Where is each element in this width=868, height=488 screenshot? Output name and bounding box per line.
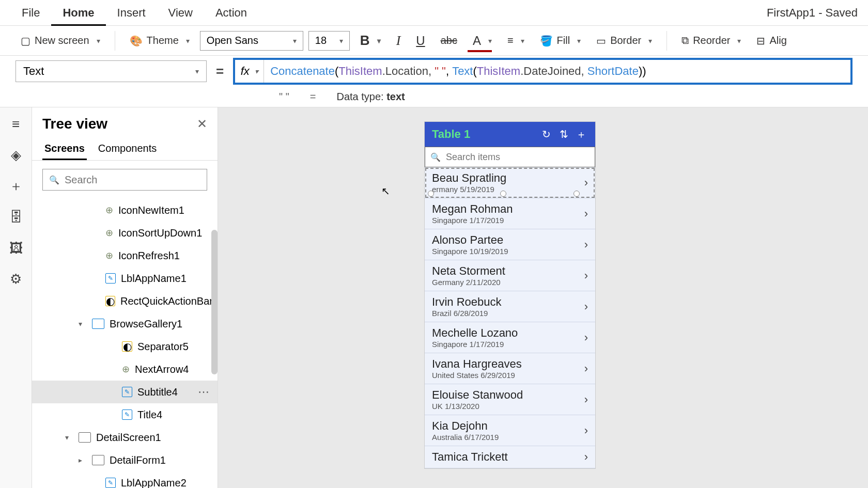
cursor-icon: ↖ bbox=[381, 185, 390, 197]
sort-icon[interactable]: ⇅ bbox=[557, 128, 570, 140]
chevron-right-icon[interactable]: › bbox=[584, 393, 588, 406]
media-icon[interactable]: 🖼 bbox=[9, 241, 23, 255]
font-color-button[interactable]: A▾ bbox=[468, 30, 497, 51]
underline-button[interactable]: U bbox=[411, 30, 430, 51]
gallery-item[interactable]: Tamica Trickett› bbox=[425, 446, 595, 468]
tree-item-label: IconSortUpDown1 bbox=[118, 227, 202, 239]
tab-components[interactable]: Components bbox=[96, 138, 159, 160]
tree-item[interactable]: ✎Title4 bbox=[32, 403, 218, 426]
tab-action[interactable]: Action bbox=[204, 0, 258, 26]
tab-screens[interactable]: Screens bbox=[42, 138, 87, 160]
chevron-right-icon[interactable]: › bbox=[584, 362, 588, 375]
tree-item[interactable]: ▸DetailForm1 bbox=[32, 449, 218, 471]
gallery-item[interactable]: Megan RohmanSingapore 1/17/2019› bbox=[425, 198, 595, 229]
tree-search[interactable]: 🔍 bbox=[42, 169, 207, 191]
tree-item[interactable]: ◐RectQuickActionBar1 bbox=[32, 290, 218, 312]
item-title: Kia Dejohn bbox=[432, 419, 584, 433]
new-screen-button[interactable]: ▢ New screen ▾ bbox=[16, 32, 105, 50]
chevron-right-icon[interactable]: › bbox=[584, 269, 588, 282]
gallery-item[interactable]: Irvin RoebuckBrazil 6/28/2019› bbox=[425, 291, 595, 322]
tree-item[interactable]: ◐Separator5 bbox=[32, 335, 218, 358]
align-button[interactable]: ≡▾ bbox=[502, 32, 530, 50]
item-info: Mechelle LozanoSingapore 1/17/2019 bbox=[432, 326, 584, 349]
insert-icon[interactable]: ＋ bbox=[9, 179, 23, 193]
fx-button[interactable]: fx ▾ bbox=[235, 60, 264, 83]
datatype-equals: = bbox=[310, 91, 316, 103]
gallery-item[interactable]: Ivana HargreavesUnited States 6/29/2019› bbox=[425, 353, 595, 384]
tree-view-icon[interactable]: ◈ bbox=[9, 148, 23, 162]
reorder-button[interactable]: ⧉ Reorder ▾ bbox=[676, 32, 746, 50]
home-toolbar: ▢ New screen ▾ 🎨 Theme ▾ Open Sans ▾ 18 … bbox=[0, 26, 868, 56]
gallery-item[interactable]: Elouise StanwoodUK 1/13/2020› bbox=[425, 384, 595, 415]
item-title: Megan Rohman bbox=[432, 202, 584, 216]
font-value: Open Sans bbox=[207, 35, 258, 46]
gallery-item[interactable]: Alonso ParteeSingapore 10/19/2019› bbox=[425, 229, 595, 260]
app-search[interactable]: 🔍 bbox=[425, 147, 595, 167]
tree-item[interactable]: ✎LblAppName2 bbox=[32, 471, 218, 488]
close-icon[interactable]: ✕ bbox=[197, 117, 207, 131]
gallery-item[interactable]: Beau Spratlingermany 5/19/2019› bbox=[425, 167, 595, 198]
fill-button[interactable]: 🪣 Fill ▾ bbox=[535, 32, 586, 50]
tree-item-label: RectQuickActionBar1 bbox=[120, 295, 218, 307]
chevron-down-icon[interactable]: ▾ bbox=[79, 320, 87, 328]
refresh-icon[interactable]: ↻ bbox=[539, 128, 553, 140]
align-button-2[interactable]: ⊟ Alig bbox=[751, 32, 792, 50]
strikethrough-button[interactable]: abc bbox=[436, 32, 462, 50]
theme-button[interactable]: 🎨 Theme ▾ bbox=[125, 32, 195, 50]
chevron-right-icon[interactable]: ▸ bbox=[79, 456, 87, 464]
property-select[interactable]: Text ▾ bbox=[16, 60, 207, 82]
item-info: Elouise StanwoodUK 1/13/2020 bbox=[432, 388, 584, 411]
italic-button[interactable]: I bbox=[391, 30, 406, 52]
tab-view[interactable]: View bbox=[157, 0, 204, 26]
canvas[interactable]: ↖ Table 1 ↻ ⇅ ＋ 🔍 Beau Spratlingermany 5… bbox=[218, 107, 868, 488]
tree-item[interactable]: ▾DetailScreen1 bbox=[32, 426, 218, 449]
chevron-right-icon[interactable]: › bbox=[584, 300, 588, 313]
resize-handle[interactable] bbox=[500, 191, 506, 197]
tree-item[interactable]: ▾BrowseGallery1 bbox=[32, 312, 218, 335]
chevron-right-icon[interactable]: › bbox=[584, 331, 588, 344]
formula-input[interactable]: Concatenate(ThisItem.Location, " ", Text… bbox=[264, 60, 850, 83]
tab-file[interactable]: File bbox=[10, 0, 51, 26]
item-info: Neta StormentGermany 2/11/2020 bbox=[432, 264, 584, 287]
chevron-right-icon[interactable]: › bbox=[584, 238, 588, 251]
tree-item[interactable]: ⊕IconNewItem1 bbox=[32, 199, 218, 222]
tree-search-input[interactable] bbox=[65, 174, 200, 186]
add-icon[interactable]: ＋ bbox=[575, 128, 588, 141]
hamburger-icon[interactable]: ≡ bbox=[9, 117, 23, 131]
tree-item[interactable]: ✎Subtitle4⋯ bbox=[32, 381, 218, 403]
data-icon[interactable]: 🗄 bbox=[9, 210, 23, 224]
more-icon[interactable]: ⋯ bbox=[198, 385, 209, 399]
font-select[interactable]: Open Sans ▾ bbox=[200, 31, 303, 51]
tree-item[interactable]: ⊕NextArrow4 bbox=[32, 358, 218, 381]
tab-home[interactable]: Home bbox=[51, 0, 105, 26]
chevron-right-icon[interactable]: › bbox=[584, 450, 588, 464]
item-info: Kia DejohnAustralia 6/17/2019 bbox=[432, 419, 584, 442]
tree-item[interactable]: ⊕IconRefresh1 bbox=[32, 244, 218, 267]
border-button[interactable]: ▭ Border ▾ bbox=[591, 32, 657, 50]
app-search-input[interactable] bbox=[446, 152, 590, 163]
tab-insert[interactable]: Insert bbox=[106, 0, 157, 26]
bold-button[interactable]: B▾ bbox=[355, 29, 386, 52]
gallery-item[interactable]: Mechelle LozanoSingapore 1/17/2019› bbox=[425, 322, 595, 353]
chevron-right-icon[interactable]: › bbox=[584, 176, 588, 190]
chevron-down-icon[interactable]: ▾ bbox=[65, 433, 73, 442]
font-size-select[interactable]: 18 ▾ bbox=[308, 31, 350, 51]
resize-handle[interactable] bbox=[574, 191, 580, 197]
form-icon bbox=[92, 455, 104, 465]
gallery-item[interactable]: Neta StormentGermany 2/11/2020› bbox=[425, 260, 595, 291]
advanced-icon[interactable]: ⚙ bbox=[9, 272, 23, 286]
item-info: Tamica Trickett bbox=[432, 450, 584, 464]
chevron-right-icon[interactable]: › bbox=[584, 424, 588, 437]
resize-handle[interactable] bbox=[428, 191, 434, 197]
scrollbar[interactable] bbox=[211, 199, 218, 395]
chevron-right-icon[interactable]: › bbox=[584, 207, 588, 221]
gallery-item[interactable]: Kia DejohnAustralia 6/17/2019› bbox=[425, 415, 595, 446]
scrollbar-thumb[interactable] bbox=[211, 230, 218, 374]
datatype-quote: " " bbox=[279, 91, 289, 103]
ribbon-tabs: File Home Insert View Action FirstApp1 -… bbox=[0, 0, 868, 26]
tree-item[interactable]: ⊕IconSortUpDown1 bbox=[32, 222, 218, 244]
datatype-label: Data type: text bbox=[336, 91, 405, 103]
tree-item[interactable]: ✎LblAppName1 bbox=[32, 267, 218, 290]
tree-item-label: IconNewItem1 bbox=[118, 204, 184, 216]
item-title: Irvin Roebuck bbox=[432, 295, 584, 309]
